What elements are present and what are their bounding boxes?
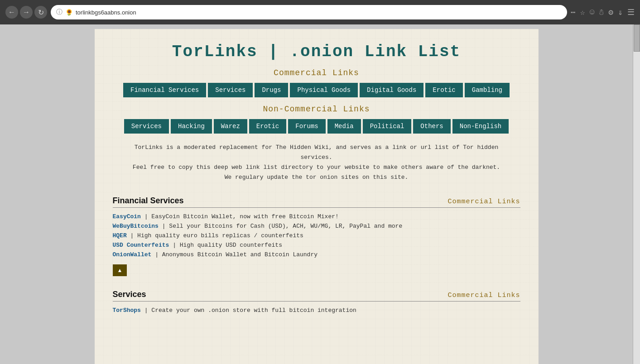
scrollbar-thumb[interactable] — [634, 24, 640, 52]
address-bar[interactable]: ⓘ 🌻 torlinkbgs6aabns.onion — [51, 5, 567, 19]
website-body: TorLinks | .onion Link List Commercial L… — [95, 29, 539, 364]
extension-icon[interactable]: ⚙ — [608, 7, 613, 17]
torshops-desc: | Create your own .onion store with full… — [141, 307, 356, 314]
reload-button[interactable]: ↻ — [34, 6, 47, 19]
scrollbar[interactable] — [633, 24, 640, 364]
desc-line-3: We regulary update the tor onion sites o… — [225, 174, 409, 181]
nav-buttons: ← → ↻ — [5, 6, 47, 19]
webuybitcoins-link[interactable]: WeBuyBitcoins — [113, 223, 159, 230]
commercial-nav-row: Financial Services Services Drugs Physic… — [113, 83, 520, 97]
usd-counterfeits-desc: | High quality USD counterfeits — [169, 242, 282, 249]
nav-gambling[interactable]: Gambling — [465, 83, 510, 97]
url-text: torlinkbgs6aabns.onion — [76, 9, 136, 16]
commercial-links-heading: Commercial Links — [113, 68, 520, 77]
non-commercial-nav-row: Services Hacking Warez Erotic Forums Med… — [113, 119, 520, 134]
services-section: Services Commercial Links TorShops | Cre… — [113, 290, 520, 314]
browser-actions: ⋯ ☆ ☺ ☃ ⚙ ⇓ ☰ — [571, 7, 635, 17]
site-title: TorLinks | .onion Link List — [113, 43, 520, 61]
nav-drugs[interactable]: Drugs — [255, 83, 288, 97]
nav-nc-warez[interactable]: Warez — [214, 119, 247, 134]
nav-nc-services[interactable]: Services — [124, 119, 169, 134]
nav-nc-political[interactable]: Political — [363, 119, 412, 134]
nav-digital-goods[interactable]: Digital Goods — [360, 83, 423, 97]
nav-financial-services[interactable]: Financial Services — [123, 83, 206, 97]
onionwallet-desc: | Anonymous Bitcoin Wallet and Bitcoin L… — [151, 251, 318, 258]
browser-chrome: ← → ↻ ⓘ 🌻 torlinkbgs6aabns.onion ⋯ ☆ ☺ ☃… — [0, 0, 640, 24]
hqer-desc: | High quality euro bills replicas / cou… — [127, 232, 303, 239]
onion-icon: 🌻 — [65, 9, 73, 16]
onionwallet-link[interactable]: OnionWallet — [113, 251, 152, 258]
nav-physical-goods[interactable]: Physical Goods — [290, 83, 358, 97]
easycoin-link[interactable]: EasyCoin — [113, 213, 141, 220]
nav-nc-erotic[interactable]: Erotic — [249, 119, 286, 134]
desc-line-1: TorLinks is a moderated replacement for … — [135, 144, 499, 161]
financial-services-title: Financial Services — [113, 196, 184, 206]
desc-line-2: Feel free to copy this deep web link lis… — [133, 164, 500, 171]
list-item: OnionWallet | Anonymous Bitcoin Wallet a… — [113, 251, 520, 258]
nav-nc-media[interactable]: Media — [327, 119, 361, 134]
forward-button[interactable]: → — [20, 6, 33, 19]
nav-nc-forums[interactable]: Forums — [288, 119, 325, 134]
list-item: WeBuyBitcoins | Sell your Bitcoins for C… — [113, 223, 520, 230]
nav-erotic[interactable]: Erotic — [425, 83, 462, 97]
easycoin-desc: | EasyCoin Bitcoin Wallet, now with free… — [141, 213, 339, 220]
torshops-link[interactable]: TorShops — [113, 307, 141, 314]
bookmark-icon[interactable]: ☆ — [580, 7, 585, 17]
page-content: TorLinks | .onion Link List Commercial L… — [0, 24, 633, 364]
shield-icon[interactable]: ☃ — [599, 7, 604, 17]
download-icon[interactable]: ⇓ — [618, 7, 623, 17]
services-header: Services Commercial Links — [113, 290, 520, 302]
info-icon: ⓘ — [56, 8, 63, 16]
financial-services-header: Financial Services Commercial Links — [113, 196, 520, 208]
hamburger-icon[interactable]: ☰ — [627, 7, 635, 17]
anchor-top-button[interactable]: ▲ — [113, 264, 127, 276]
list-item: EasyCoin | EasyCoin Bitcoin Wallet, now … — [113, 213, 520, 220]
list-item: TorShops | Create your own .onion store … — [113, 307, 520, 314]
hqer-link[interactable]: HQER — [113, 232, 127, 239]
nav-services[interactable]: Services — [208, 83, 253, 97]
page-container: TorLinks | .onion Link List Commercial L… — [0, 24, 640, 364]
services-label: Commercial Links — [448, 292, 520, 299]
financial-services-label: Commercial Links — [448, 198, 520, 206]
non-commercial-links-heading: Non-Commercial Links — [113, 105, 520, 114]
nav-nc-hacking[interactable]: Hacking — [171, 119, 212, 134]
usd-counterfeits-link[interactable]: USD Counterfeits — [113, 242, 169, 249]
list-item: HQER | High quality euro bills replicas … — [113, 232, 520, 239]
list-item: USD Counterfeits | High quality USD coun… — [113, 242, 520, 249]
webuybitcoins-desc: | Sell your Bitcoins for Cash (USD), ACH… — [159, 223, 402, 230]
financial-services-section: Financial Services Commercial Links Easy… — [113, 196, 520, 276]
site-description: TorLinks is a moderated replacement for … — [122, 143, 511, 182]
back-button[interactable]: ← — [5, 6, 18, 19]
nav-nc-others[interactable]: Others — [413, 119, 450, 134]
menu-dots[interactable]: ⋯ — [571, 7, 576, 17]
profile-icon[interactable]: ☺ — [590, 8, 595, 17]
nav-nc-non-english[interactable]: Non-English — [452, 119, 509, 134]
services-title: Services — [113, 290, 146, 299]
